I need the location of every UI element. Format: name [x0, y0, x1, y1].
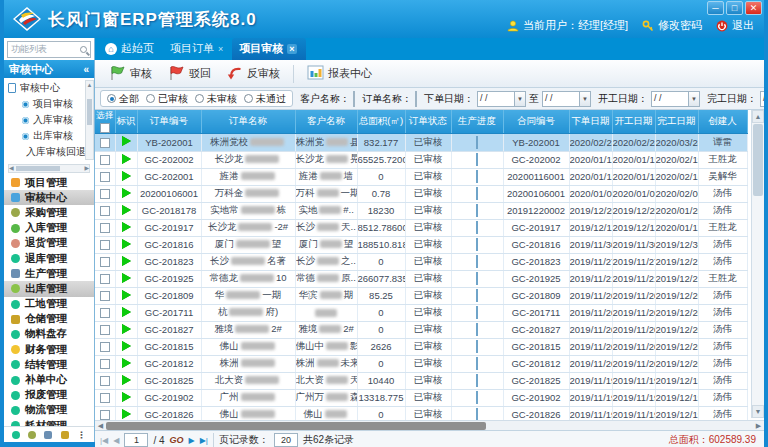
- table-row[interactable]: 20200106001 万科金 万科一期 0.78 已审核 2020010600…: [95, 185, 747, 202]
- table-vertical-scrollbar[interactable]: ▲ ▼: [751, 110, 764, 418]
- collapsed-module-icon[interactable]: [44, 431, 52, 439]
- more-icon[interactable]: ⋮: [77, 430, 86, 440]
- scroll-down-icon[interactable]: ▼: [752, 405, 764, 418]
- start-date-picker[interactable]: / / ▼: [651, 91, 700, 107]
- function-search-input[interactable]: 功能列表: [7, 41, 91, 58]
- sidebar-menu-item[interactable]: 工地管理: [4, 297, 94, 312]
- customer-name-input[interactable]: [353, 91, 355, 107]
- close-tab-icon[interactable]: ×: [287, 44, 296, 54]
- row-checkbox[interactable]: [100, 257, 110, 267]
- tree-item[interactable]: 出库审核: [8, 128, 84, 144]
- sidebar-menu-item[interactable]: 报废管理: [4, 388, 94, 403]
- logout-button[interactable]: 退出: [716, 18, 754, 33]
- row-checkbox[interactable]: [100, 376, 110, 386]
- sidebar-menu-item[interactable]: 结转管理: [4, 357, 94, 372]
- sidebar-menu-item[interactable]: 补单中心: [4, 372, 94, 387]
- row-checkbox[interactable]: [100, 359, 110, 369]
- tab[interactable]: ⌂ 项目审核 ×: [232, 38, 305, 60]
- tree-horizontal-scrollbar[interactable]: ◀ ▶: [8, 164, 90, 173]
- col-order-date[interactable]: 下单日期: [569, 110, 612, 134]
- row-checkbox[interactable]: [100, 342, 110, 352]
- col-area[interactable]: 总面积(㎡): [357, 110, 405, 134]
- sidebar-menu-item[interactable]: 入库管理: [4, 221, 94, 236]
- go-button[interactable]: GO: [170, 435, 184, 445]
- sidebar-menu-item[interactable]: 项目管理: [4, 175, 94, 190]
- table-horizontal-scrollbar[interactable]: ◀ ▶: [95, 420, 764, 430]
- sidebar-menu-item[interactable]: 出库管理: [4, 281, 94, 296]
- table-row[interactable]: GC-202001 旌港 旌港墙 0 已审核 20200116001 2020/…: [95, 168, 747, 185]
- first-page-button[interactable]: |◀: [100, 436, 108, 445]
- table-row[interactable]: GC-202002 长沙龙 长沙龙晃.. 65525.7200.. 已审核 GC…: [95, 151, 747, 168]
- table-row[interactable]: GC-201827 雅境2# 雅境2# 0 已审核 GC-201827 2019…: [95, 321, 747, 338]
- scrollbar-thumb[interactable]: [753, 124, 763, 196]
- sidebar-menu-item[interactable]: 物流管理: [4, 403, 94, 418]
- row-checkbox[interactable]: [100, 138, 110, 148]
- status-radio[interactable]: 未通过: [244, 92, 286, 106]
- col-order-name[interactable]: 订单名称: [201, 110, 295, 134]
- collapsed-module-icon[interactable]: [28, 431, 36, 439]
- table-row[interactable]: GC-201823 长沙名著 长沙之.. 0 已审核 GC-201823 201…: [95, 253, 747, 270]
- toolbar-button-reject[interactable]: 驳回: [162, 63, 217, 85]
- sidebar-menu-item[interactable]: 物料盘存: [4, 327, 94, 342]
- tree-item[interactable]: 项目审核: [8, 96, 84, 112]
- status-radio[interactable]: 未审核: [195, 92, 237, 106]
- prev-page-button[interactable]: ◀: [113, 436, 119, 445]
- tab[interactable]: ⌂ 项目订单 ×: [163, 38, 232, 60]
- scroll-left-icon[interactable]: ◀: [9, 164, 14, 173]
- sidebar-menu-item[interactable]: 生产管理: [4, 266, 94, 281]
- col-status[interactable]: 订单状态: [405, 110, 451, 134]
- table-row[interactable]: GC-201902 广州 广州万森林 13318.775 已审核 GC-2019…: [95, 389, 747, 406]
- scroll-left-icon[interactable]: ◀: [95, 422, 106, 430]
- table-row[interactable]: GC-201815 佛山 佛山中影库 2626 已审核 GC-201815 20…: [95, 338, 747, 355]
- row-checkbox[interactable]: [100, 155, 110, 165]
- tree-item[interactable]: 入库审核回退: [8, 144, 84, 160]
- table-row[interactable]: GC-201917 长沙龙-2# 长沙天.. 8512.78600.. 已审核 …: [95, 219, 747, 236]
- col-progress[interactable]: 生产进度: [451, 110, 503, 134]
- sidebar-menu-item[interactable]: 财务管理: [4, 342, 94, 357]
- status-radio[interactable]: 全部: [107, 92, 139, 106]
- scrollbar-thumb[interactable]: [16, 166, 60, 171]
- chevron-down-icon[interactable]: ▼: [689, 91, 700, 107]
- chevron-down-icon[interactable]: ▼: [580, 91, 591, 107]
- table-row[interactable]: GC-201816 厦门望 厦门望 188510.818 已审核 GC-2018…: [95, 236, 747, 253]
- minimize-button[interactable]: ─: [707, 1, 724, 15]
- table-row[interactable]: GC-2018178 实地常栋 实地#.. 18230 已审核 20191220…: [95, 202, 747, 219]
- sidebar-menu-item[interactable]: 审核中心: [4, 190, 94, 205]
- tab[interactable]: ⌂ 起始页 ×: [98, 38, 163, 60]
- table-row[interactable]: YB-202001 株洲党校 株洲党县.. 832.177 已审核 YB-202…: [95, 134, 747, 151]
- next-page-button[interactable]: ▶: [189, 436, 195, 445]
- row-checkbox[interactable]: [100, 274, 110, 284]
- maximize-button[interactable]: □: [726, 1, 743, 15]
- row-checkbox[interactable]: [100, 240, 110, 250]
- table-row[interactable]: GC-201825 北大资 北大资天.. 10440 已审核 GC-201825…: [95, 372, 747, 389]
- order-date-to-picker[interactable]: / / ▼: [542, 91, 591, 107]
- row-checkbox[interactable]: [100, 189, 110, 199]
- collapsed-module-icon[interactable]: [12, 431, 20, 439]
- col-order-no[interactable]: 订单编号: [137, 110, 201, 134]
- table-row[interactable]: GC-201925 常德龙10 常德原.. 266077.835.. 已审核 G…: [95, 270, 747, 287]
- row-checkbox[interactable]: [100, 308, 110, 318]
- order-date-from-picker[interactable]: / / ▼: [477, 91, 526, 107]
- toolbar-button-reverse-audit[interactable]: 反审核: [221, 64, 286, 84]
- row-checkbox[interactable]: [100, 172, 110, 182]
- change-password-button[interactable]: 修改密码: [642, 18, 702, 33]
- tree-root-audit-center[interactable]: 审核中心: [8, 80, 84, 96]
- select-all-checkbox[interactable]: [100, 123, 110, 133]
- row-checkbox[interactable]: [100, 393, 110, 403]
- sidebar-menu-item[interactable]: 退库管理: [4, 251, 94, 266]
- row-checkbox[interactable]: [100, 291, 110, 301]
- close-tab-icon[interactable]: ×: [218, 44, 223, 54]
- scroll-right-icon[interactable]: ▶: [753, 422, 764, 430]
- sidebar-menu-item[interactable]: 退货管理: [4, 236, 94, 251]
- col-contract[interactable]: 合同编号: [503, 110, 569, 134]
- finish-date-picker[interactable]: / /: [760, 91, 764, 107]
- sidebar-menu-item[interactable]: 耗材管理: [4, 418, 94, 426]
- sidebar-menu-item[interactable]: 仓储管理: [4, 312, 94, 327]
- toolbar-button-audit[interactable]: 审核: [103, 63, 158, 85]
- col-customer[interactable]: 客户名称: [295, 110, 357, 134]
- close-button[interactable]: ✕: [745, 1, 762, 15]
- row-checkbox[interactable]: [100, 206, 110, 216]
- last-page-button[interactable]: ▶|: [200, 436, 208, 445]
- order-name-input[interactable]: [415, 91, 417, 107]
- col-finish-date[interactable]: 完工日期: [655, 110, 698, 134]
